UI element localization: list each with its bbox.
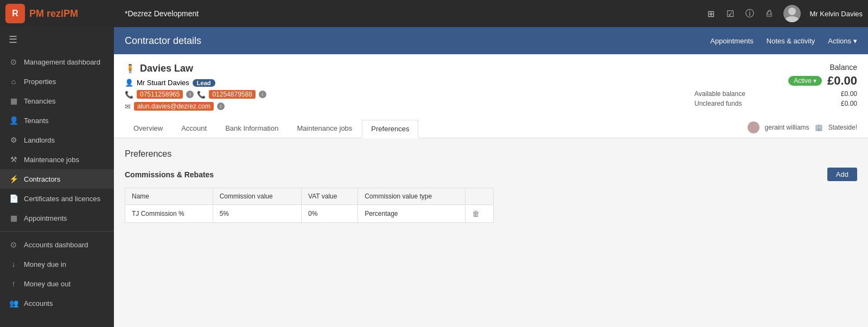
tab-content-preferences: Preferences Commissions & Rebates Add Na… (114, 138, 868, 327)
sidebar: ☰ ⊙ Management dashboard ⌂ Properties ▦ … (0, 27, 114, 327)
person-icon: 👤 (9, 116, 18, 125)
contractor-info: 🧍 Davies Law 👤 Mr Stuart Davies Lead 📞 0… (114, 54, 868, 138)
sidebar-item-label: Contractors (24, 175, 60, 183)
cell-commission-value-type: Percentage (358, 205, 465, 223)
logo-icon: R (5, 4, 25, 23)
sidebar-item-accounts[interactable]: 👥 Accounts (0, 293, 114, 313)
company-name: *Dezrez Development (119, 9, 705, 18)
checkbox-icon[interactable]: ☑ (725, 8, 736, 19)
sidebar-item-label: Tenancies (24, 97, 56, 105)
avatar[interactable] (783, 5, 801, 22)
sidebar-item-maintenance-jobs[interactable]: ⚒ Maintenance jobs (0, 150, 114, 169)
preferences-title: Preferences (125, 149, 857, 159)
phone1-link[interactable]: 07511258965 (137, 90, 183, 99)
sidebar-item-label: Appointments (24, 214, 67, 222)
balance-row: Active ▾ £0.00 (694, 74, 857, 88)
phone2-info-icon[interactable]: i (259, 91, 266, 98)
sidebar-item-accounts-dashboard[interactable]: ⊙ Accounts dashboard (0, 235, 114, 254)
sidebar-item-label: Money due out (24, 280, 71, 288)
col-actions (465, 188, 494, 205)
commissions-label: Commissions & Rebates (125, 170, 214, 179)
contact-person-icon: 👤 (125, 79, 133, 87)
page-title: Contractor details (125, 35, 201, 47)
add-commission-button[interactable]: Add (827, 168, 857, 181)
cell-commission-value: 5% (213, 205, 301, 223)
contractor-icon: ⚡ (9, 175, 18, 183)
sidebar-item-money-due-in[interactable]: ↓ Money due in (0, 254, 114, 274)
print-icon[interactable]: ⎙ (764, 8, 775, 19)
uncleared-funds-label: Uncleared funds (694, 100, 742, 107)
main-layout: ☰ ⊙ Management dashboard ⌂ Properties ▦ … (0, 27, 868, 327)
uncleared-funds-detail: Uncleared funds £0.00 (694, 100, 857, 107)
sidebar-item-management-dashboard[interactable]: ⊙ Management dashboard (0, 52, 114, 72)
balance-label: Balance (694, 63, 857, 72)
sidebar-item-label: Tenants (24, 117, 49, 125)
sidebar-item-contractors[interactable]: ⚡ Contractors (0, 169, 114, 189)
actions-button[interactable]: Actions ▾ (828, 37, 857, 45)
hamburger-menu-icon[interactable]: ☰ (0, 27, 114, 52)
person-silhouette-icon: 🧍 (125, 63, 136, 74)
contractor-name: 🧍 Davies Law (125, 63, 266, 74)
balance-amount: £0.00 (827, 74, 857, 88)
contractor-left: 🧍 Davies Law 👤 Mr Stuart Davies Lead 📞 0… (125, 63, 266, 114)
tab-maintenance-jobs[interactable]: Maintenance jobs (288, 120, 361, 138)
available-balance-value: £0.00 (841, 90, 857, 98)
col-commission-value: Commission value (213, 188, 301, 205)
sidebar-item-label: Accounts (24, 299, 53, 307)
info-circle-icon[interactable]: ⓘ (744, 8, 755, 19)
sidebar-item-tenancies[interactable]: ▦ Tenancies (0, 91, 114, 111)
contractor-top: 🧍 Davies Law 👤 Mr Stuart Davies Lead 📞 0… (125, 63, 857, 114)
sidebar-item-label: Certificates and licences (24, 195, 100, 203)
tab-bank-information[interactable]: Bank Information (216, 120, 287, 138)
col-name: Name (125, 188, 213, 205)
balance-detail: Available balance £0.00 (694, 90, 857, 98)
sidebar-item-label: Properties (24, 78, 56, 86)
appointments-link[interactable]: Appointments (710, 37, 754, 45)
delete-icon[interactable]: 🗑 (472, 209, 480, 218)
svg-point-0 (788, 8, 796, 15)
calendar-icon: ▦ (9, 214, 18, 222)
cell-delete[interactable]: 🗑 (465, 205, 494, 223)
sidebar-item-appointments[interactable]: ▦ Appointments (0, 208, 114, 228)
tabs-bar: Overview Account Bank Information Mainte… (125, 119, 857, 138)
brand-name: PM reziPM (29, 8, 78, 20)
phone2-icon: 📞 (197, 91, 206, 99)
phone1-icon: 📞 (125, 91, 133, 99)
sidebar-item-label: Maintenance jobs (24, 156, 79, 164)
tab-overview[interactable]: Overview (125, 120, 171, 138)
sidebar-item-label: Landlords (24, 136, 55, 144)
tab-account[interactable]: Account (173, 120, 215, 138)
email-info-icon[interactable]: i (217, 102, 225, 110)
grid-icon[interactable]: ⊞ (705, 8, 716, 19)
accounts-group-icon: 👥 (9, 299, 18, 307)
user-avatar-small (748, 121, 760, 133)
tools-icon: ⚒ (9, 155, 18, 164)
col-commission-value-type: Commission value type (358, 188, 465, 205)
sidebar-item-money-due-out[interactable]: ↑ Money due out (0, 274, 114, 293)
gear-icon: ⚙ (9, 136, 18, 144)
svg-point-1 (786, 16, 799, 22)
sidebar-item-properties[interactable]: ⌂ Properties (0, 72, 114, 91)
logo[interactable]: R PM reziPM (5, 4, 119, 23)
accounts-icon: ⊙ (9, 240, 18, 249)
phone2-link[interactable]: 01254879588 (209, 90, 255, 99)
status-badge[interactable]: Active ▾ (788, 76, 822, 86)
available-balance-label: Available balance (694, 90, 745, 98)
cell-vat-value: 0% (302, 205, 358, 223)
email-icon: ✉ (125, 102, 131, 111)
sidebar-item-certificates-licences[interactable]: 📄 Certificates and licences (0, 189, 114, 208)
tab-preferences[interactable]: Preferences (362, 120, 418, 138)
page-header: Contractor details Appointments Notes & … (114, 27, 868, 54)
phone1-info-icon[interactable]: i (186, 91, 194, 98)
globe-icon: ⊙ (9, 57, 18, 66)
sidebar-item-tenants[interactable]: 👤 Tenants (0, 111, 114, 130)
money-in-icon: ↓ (9, 260, 18, 268)
contractor-right: Balance Active ▾ £0.00 Available balance… (694, 63, 857, 107)
tabs-user-label: geraint williams (765, 124, 809, 131)
sidebar-item-landlords[interactable]: ⚙ Landlords (0, 130, 114, 150)
chevron-down-icon: ▾ (813, 77, 816, 85)
building-icon: 🏢 (815, 124, 823, 131)
email-link[interactable]: alun.davies@dezrez.com (134, 102, 214, 111)
cell-name: TJ Commission % (125, 205, 213, 223)
notes-activity-link[interactable]: Notes & activity (767, 37, 815, 45)
